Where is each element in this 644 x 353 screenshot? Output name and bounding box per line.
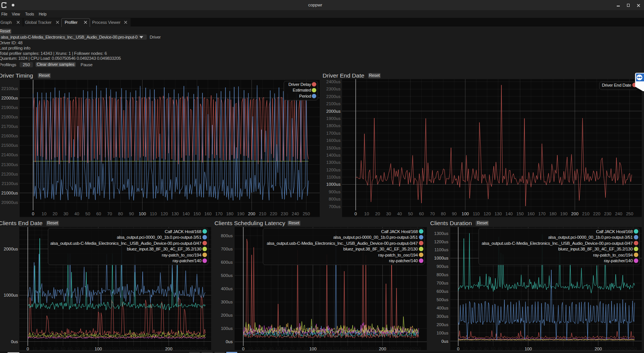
svg-text:230: 230: [186, 347, 193, 351]
svg-text:130: 130: [116, 347, 123, 351]
svg-text:1200us: 1200us: [434, 239, 448, 244]
svg-text:500us: 500us: [221, 273, 233, 278]
svg-text:190: 190: [372, 347, 379, 351]
svg-text:140: 140: [123, 347, 130, 351]
svg-text:200: 200: [571, 211, 579, 216]
svg-text:50: 50: [86, 211, 90, 216]
svg-text:ray-patcher/140: ray-patcher/140: [604, 258, 633, 263]
svg-text:180: 180: [580, 347, 588, 351]
svg-text:200: 200: [165, 347, 172, 351]
svg-text:220: 220: [393, 347, 400, 351]
svg-text:0: 0: [32, 211, 34, 216]
svg-text:190: 190: [588, 347, 595, 351]
svg-text:130: 130: [495, 211, 502, 216]
svg-text:2100us: 2100us: [326, 101, 341, 106]
svg-text:Period: Period: [299, 94, 311, 98]
svg-text:10: 10: [364, 211, 369, 216]
svg-text:20: 20: [470, 347, 475, 351]
svg-text:30: 30: [47, 347, 51, 351]
svg-text:240: 240: [193, 347, 201, 351]
svg-text:220: 220: [179, 347, 187, 351]
svg-text:60: 60: [419, 211, 424, 216]
svg-text:300us: 300us: [437, 314, 449, 319]
svg-text:200us: 200us: [221, 313, 233, 317]
svg-text:170: 170: [358, 347, 365, 351]
svg-text:100: 100: [139, 211, 146, 216]
svg-text:600us: 600us: [437, 289, 449, 294]
svg-text:800us: 800us: [329, 197, 341, 201]
svg-text:900us: 900us: [329, 190, 341, 194]
svg-text:60: 60: [68, 347, 73, 351]
svg-text:200: 200: [248, 211, 255, 216]
svg-text:200: 200: [594, 347, 602, 351]
svg-text:250: 250: [630, 347, 637, 351]
svg-text:210: 210: [582, 211, 590, 216]
svg-text:50: 50: [408, 211, 413, 216]
svg-text:160: 160: [527, 211, 535, 216]
svg-text:140: 140: [506, 211, 513, 216]
svg-text:90: 90: [89, 347, 94, 351]
svg-text:20: 20: [53, 211, 58, 216]
svg-text:180: 180: [549, 211, 557, 216]
svg-text:800us: 800us: [221, 233, 233, 238]
svg-text:21700us: 21700us: [1, 124, 18, 129]
svg-text:21200us: 21200us: [1, 172, 18, 176]
svg-text:2300us: 2300us: [326, 87, 341, 91]
svg-text:0us: 0us: [11, 339, 18, 344]
svg-text:30: 30: [262, 347, 267, 351]
svg-text:2400us: 2400us: [326, 79, 341, 84]
svg-text:70: 70: [505, 347, 510, 351]
svg-text:120: 120: [484, 211, 491, 216]
svg-text:140: 140: [182, 211, 190, 216]
svg-text:ray-patch_to_osc/194: ray-patch_to_osc/194: [162, 253, 202, 257]
svg-text:21500us: 21500us: [1, 143, 18, 148]
svg-text:190: 190: [237, 211, 244, 216]
svg-text:2200us: 2200us: [326, 94, 341, 99]
svg-text:alsa_output.usb-C-Media_Electr: alsa_output.usb-C-Media_Electronics_Inc.…: [482, 241, 633, 246]
svg-text:0us: 0us: [226, 339, 233, 344]
svg-text:240: 240: [615, 211, 622, 216]
svg-text:240: 240: [407, 347, 414, 351]
svg-text:alsa_output.usb-C-Media_Electr: alsa_output.usb-C-Media_Electronics_Inc.…: [267, 241, 418, 246]
svg-text:220: 220: [270, 211, 277, 216]
svg-text:1600us: 1600us: [326, 138, 341, 143]
svg-text:21100us: 21100us: [2, 181, 18, 186]
svg-text:21400us: 21400us: [1, 152, 18, 157]
svg-text:150: 150: [516, 211, 524, 216]
svg-text:40: 40: [484, 347, 489, 351]
svg-text:1000us: 1000us: [434, 256, 448, 260]
svg-text:600us: 600us: [221, 260, 233, 264]
svg-text:21800us: 21800us: [1, 115, 18, 119]
svg-text:110: 110: [150, 211, 157, 216]
svg-text:80: 80: [297, 347, 302, 351]
svg-text:120: 120: [538, 347, 546, 351]
svg-text:30: 30: [386, 211, 391, 216]
svg-text:400us: 400us: [437, 306, 449, 310]
svg-text:40: 40: [54, 347, 59, 351]
svg-text:160: 160: [351, 347, 358, 351]
svg-text:70: 70: [107, 211, 112, 216]
svg-text:40: 40: [397, 211, 402, 216]
svg-text:20900us: 20900us: [1, 200, 18, 205]
svg-text:220: 220: [608, 347, 616, 351]
svg-text:1000us: 1000us: [4, 293, 18, 297]
svg-text:0: 0: [355, 211, 357, 216]
svg-text:160: 160: [137, 347, 144, 351]
svg-text:10: 10: [463, 347, 468, 351]
svg-text:0: 0: [26, 347, 29, 351]
svg-text:90: 90: [452, 211, 457, 216]
svg-text:Calf JACK Host/168: Calf JACK Host/168: [381, 229, 418, 234]
svg-text:170: 170: [215, 211, 222, 216]
svg-text:90: 90: [303, 347, 308, 351]
svg-text:100: 100: [524, 347, 532, 351]
svg-text:190: 190: [158, 347, 165, 351]
svg-text:800us: 800us: [437, 272, 449, 277]
svg-text:40: 40: [75, 211, 79, 216]
svg-text:21600us: 21600us: [1, 134, 18, 138]
svg-text:2000us: 2000us: [326, 109, 341, 114]
svg-text:20: 20: [375, 211, 380, 216]
svg-text:140: 140: [337, 347, 344, 351]
svg-text:bluez_input.38_8F_30_4C_EF_35.: bluez_input.38_8F_30_4C_EF_35.2/130: [343, 247, 418, 251]
svg-text:100us: 100us: [221, 326, 233, 331]
svg-text:240: 240: [292, 211, 299, 216]
